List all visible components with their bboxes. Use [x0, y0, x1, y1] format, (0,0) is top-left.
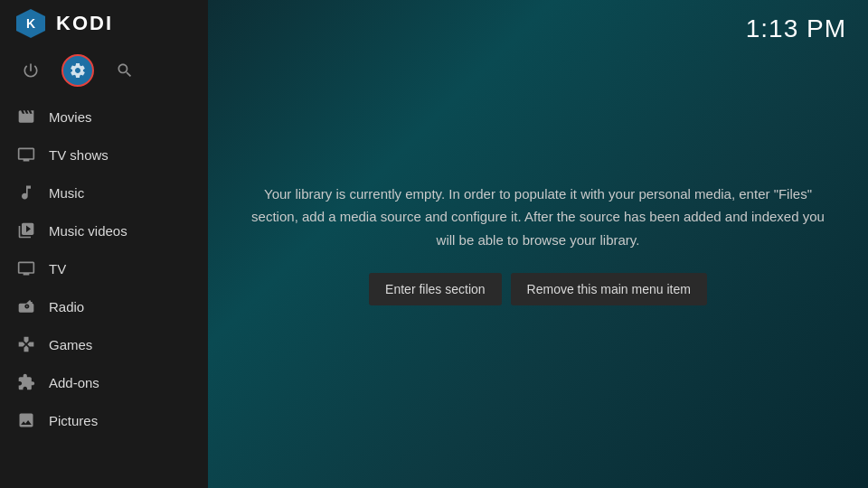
- music-icon: [16, 183, 36, 202]
- svg-text:K: K: [26, 16, 35, 31]
- music-videos-icon: [16, 221, 36, 240]
- music-videos-label: Music videos: [49, 223, 127, 239]
- search-button[interactable]: [108, 54, 141, 87]
- radio-label: Radio: [49, 299, 84, 314]
- action-buttons-row: Enter files section Remove this main men…: [249, 273, 827, 305]
- time-display: 1:13 PM: [746, 14, 846, 43]
- sidebar-controls: [0, 47, 208, 94]
- music-label: Music: [49, 185, 84, 201]
- sidebar-item-tv-shows[interactable]: TV shows: [0, 136, 208, 174]
- kodi-logo-icon: K: [14, 7, 47, 40]
- sidebar-header: K KODI: [0, 0, 208, 47]
- tv-shows-label: TV shows: [49, 147, 108, 163]
- movies-label: Movies: [49, 109, 92, 125]
- sidebar-nav: Movies TV shows Music Music videos TV: [0, 94, 208, 488]
- settings-button[interactable]: [61, 54, 94, 87]
- library-empty-message: Your library is currently empty. In orde…: [249, 183, 827, 252]
- library-empty-panel: Your library is currently empty. In orde…: [231, 164, 845, 324]
- sidebar-item-pictures[interactable]: Pictures: [0, 401, 208, 439]
- power-button[interactable]: [14, 54, 47, 87]
- games-label: Games: [49, 337, 92, 352]
- power-icon: [22, 61, 40, 80]
- settings-icon: [69, 61, 87, 80]
- remove-main-menu-item-button[interactable]: Remove this main menu item: [511, 273, 707, 305]
- sidebar-item-add-ons[interactable]: Add-ons: [0, 363, 208, 401]
- search-icon: [116, 61, 134, 80]
- add-ons-label: Add-ons: [49, 375, 99, 390]
- addons-icon: [16, 372, 36, 392]
- sidebar-item-movies[interactable]: Movies: [0, 98, 208, 136]
- enter-files-section-button[interactable]: Enter files section: [369, 273, 502, 305]
- sidebar-item-radio[interactable]: Radio: [0, 287, 208, 325]
- app-title: KODI: [56, 12, 113, 35]
- pictures-label: Pictures: [49, 413, 98, 428]
- radio-icon: [16, 296, 36, 316]
- sidebar: K KODI Movies: [0, 0, 208, 488]
- tv-shows-icon: [16, 145, 36, 164]
- tv-label: TV: [49, 261, 66, 277]
- sidebar-item-music-videos[interactable]: Music videos: [0, 211, 208, 249]
- main-content: 1:13 PM Your library is currently empty.…: [208, 0, 868, 488]
- sidebar-item-tv[interactable]: TV: [0, 249, 208, 287]
- tv2-icon: [16, 258, 36, 278]
- pictures-icon: [16, 410, 36, 430]
- sidebar-item-music[interactable]: Music: [0, 174, 208, 211]
- movies-icon: [16, 107, 36, 127]
- sidebar-item-games[interactable]: Games: [0, 325, 208, 363]
- games-icon: [16, 334, 36, 354]
